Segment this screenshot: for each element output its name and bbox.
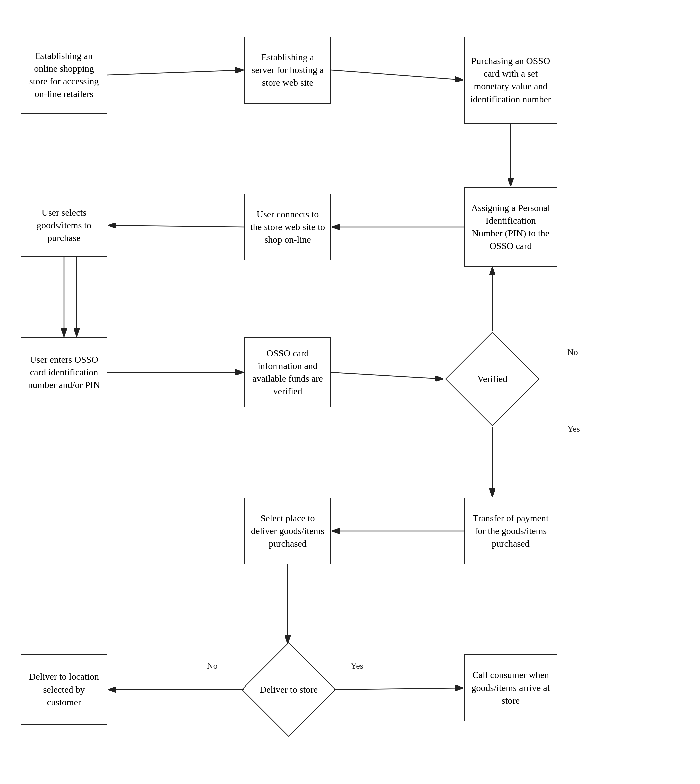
svg-line-2: [331, 70, 463, 80]
box-11: Deliver to location selected by customer: [21, 654, 107, 725]
yes-label-1: Yes: [567, 424, 580, 434]
box-7: User enters OSSO card identification num…: [21, 337, 107, 407]
diamond-deliver-label: Deliver to store: [260, 683, 318, 696]
box-4: Assigning a Personal Identification Numb…: [464, 187, 557, 267]
box-3: Purchasing an OSSO card with a set monet…: [464, 37, 557, 123]
box-8-label: OSSO card information and available fund…: [250, 347, 325, 397]
box-10-label: Select place to deliver goods/items purc…: [250, 512, 325, 550]
box-12: Call consumer when goods/items arrive at…: [464, 654, 557, 721]
yes-label-2: Yes: [350, 661, 363, 671]
box-9: Transfer of payment for the goods/items …: [464, 497, 557, 564]
svg-line-14: [334, 688, 463, 689]
diamond-verified: Verified: [444, 330, 541, 427]
box-8: OSSO card information and available fund…: [244, 337, 331, 407]
no-label-2: No: [207, 661, 218, 671]
no-label-1: No: [567, 347, 578, 357]
box-7-label: User enters OSSO card identification num…: [27, 353, 102, 391]
diamond-deliver: Deliver to store: [244, 644, 334, 735]
box-3-label: Purchasing an OSSO card with a set monet…: [470, 55, 552, 105]
box-10: Select place to deliver goods/items purc…: [244, 497, 331, 564]
svg-line-1: [107, 70, 244, 75]
diamond-verified-label: Verified: [477, 373, 507, 385]
box-5-label: User connects to the store web site to s…: [250, 208, 325, 246]
box-4-label: Assigning a Personal Identification Numb…: [470, 202, 552, 252]
box-12-label: Call consumer when goods/items arrive at…: [470, 669, 552, 707]
box-1: Establishing an online shopping store fo…: [21, 37, 107, 113]
box-1-label: Establishing an online shopping store fo…: [27, 50, 102, 100]
box-9-label: Transfer of payment for the goods/items …: [470, 512, 552, 550]
box-5: User connects to the store web site to s…: [244, 193, 331, 260]
box-6-label: User selects goods/items to purchase: [27, 206, 102, 244]
box-11-label: Deliver to location selected by customer: [27, 671, 102, 708]
box-6: User selects goods/items to purchase: [21, 193, 107, 257]
svg-line-5: [108, 225, 244, 227]
box-2-label: Establishing a server for hosting a stor…: [250, 51, 325, 89]
box-2: Establishing a server for hosting a stor…: [244, 37, 331, 103]
svg-line-8: [331, 372, 443, 379]
